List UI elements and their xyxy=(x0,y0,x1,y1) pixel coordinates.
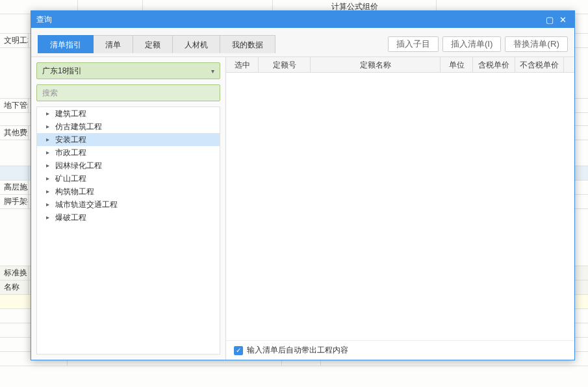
tree-item[interactable]: ▸建筑工程 xyxy=(37,107,220,120)
chevron-right-icon: ▸ xyxy=(46,172,51,185)
chevron-right-icon: ▸ xyxy=(46,146,51,159)
dialog-footer: ✓ 输入清单后自动带出工程内容 xyxy=(226,340,574,360)
tab-3[interactable]: 人材机 xyxy=(173,35,220,53)
search-box[interactable] xyxy=(36,84,220,101)
chevron-right-icon: ▸ xyxy=(46,107,51,120)
bg-row-label: 高层施工 xyxy=(0,181,29,194)
tree-item[interactable]: ▸构筑物工程 xyxy=(37,185,220,198)
replace-list-button[interactable]: 替换清单(R) xyxy=(505,36,568,52)
tabs: 清单指引清单定额人材机我的数据 xyxy=(38,35,275,53)
tree-item[interactable]: ▸爆破工程 xyxy=(37,211,220,224)
chevron-right-icon: ▸ xyxy=(46,120,51,133)
tree-item-label: 园林绿化工程 xyxy=(55,159,102,172)
toolbar: 清单指引清单定额人材机我的数据 插入子目 插入清单(I) 替换清单(R) xyxy=(31,28,574,56)
dialog-titlebar: 查询 ▢ ✕ xyxy=(31,11,574,28)
dialog-content: 广东18指引 ▾ ▸建筑工程▸仿古建筑工程▸安装工程▸市政工程▸园林绿化工程▸矿… xyxy=(31,56,574,360)
column-header[interactable]: 定额号 xyxy=(259,57,311,72)
chevron-right-icon: ▸ xyxy=(46,198,51,211)
column-header[interactable]: 选中 xyxy=(226,57,259,72)
grid-body xyxy=(226,73,574,340)
tree-item-label: 建筑工程 xyxy=(55,107,86,120)
tree-item[interactable]: ▸市政工程 xyxy=(37,146,220,159)
tree-item[interactable]: ▸园林绿化工程 xyxy=(37,159,220,172)
tree-item-label: 安装工程 xyxy=(55,133,86,146)
chevron-right-icon: ▸ xyxy=(46,133,51,146)
bg-row-label: 文明工地 xyxy=(0,34,29,47)
column-header[interactable]: 不含税单价 xyxy=(515,57,564,72)
tree-item-label: 构筑物工程 xyxy=(55,185,94,198)
bg-row-label: 脚手架按 xyxy=(0,195,29,208)
tree-item-label: 矿山工程 xyxy=(55,172,86,185)
insert-sub-button[interactable]: 插入子目 xyxy=(388,36,439,52)
grid-header: 选中定额号定额名称单位含税单价不含税单价 xyxy=(226,57,574,73)
category-tree: ▸建筑工程▸仿古建筑工程▸安装工程▸市政工程▸园林绿化工程▸矿山工程▸构筑物工程… xyxy=(36,106,220,355)
checkbox-label: 输入清单后自动带出工程内容 xyxy=(247,345,348,356)
left-pane: 广东18指引 ▾ ▸建筑工程▸仿古建筑工程▸安装工程▸市政工程▸园林绿化工程▸矿… xyxy=(31,57,226,360)
tab-0[interactable]: 清单指引 xyxy=(38,35,94,53)
tree-item[interactable]: ▸安装工程 xyxy=(37,133,220,146)
query-dialog: 查询 ▢ ✕ 清单指引清单定额人材机我的数据 插入子目 插入清单(I) 替换清单… xyxy=(31,10,575,360)
bg-row-label: 名称 xyxy=(0,281,29,294)
tree-item[interactable]: ▸城市轨道交通工程 xyxy=(37,198,220,211)
bg-row-label: 地下管线 xyxy=(0,99,29,112)
tree-item-label: 仿古建筑工程 xyxy=(55,120,102,133)
column-header[interactable]: 含税单价 xyxy=(473,57,515,72)
bg-row-label: 标准换 xyxy=(0,266,29,280)
insert-list-button[interactable]: 插入清单(I) xyxy=(442,36,502,52)
dialog-title: 查询 xyxy=(36,14,543,25)
chevron-right-icon: ▸ xyxy=(46,211,51,224)
search-input[interactable] xyxy=(42,88,214,97)
tree-item-label: 城市轨道交通工程 xyxy=(55,198,118,211)
tree-item[interactable]: ▸仿古建筑工程 xyxy=(37,120,220,133)
maximize-icon[interactable]: ▢ xyxy=(543,15,556,25)
guide-dropdown[interactable]: 广东18指引 ▾ xyxy=(36,62,220,79)
tab-1[interactable]: 清单 xyxy=(94,35,133,53)
auto-fill-checkbox[interactable]: ✓ xyxy=(234,346,243,355)
tree-item[interactable]: ▸矿山工程 xyxy=(37,172,220,185)
chevron-right-icon: ▸ xyxy=(46,159,51,172)
right-pane: 选中定额号定额名称单位含税单价不含税单价 ✓ 输入清单后自动带出工程内容 xyxy=(226,57,574,360)
tab-4[interactable]: 我的数据 xyxy=(220,35,275,53)
close-icon[interactable]: ✕ xyxy=(556,15,569,25)
tree-item-label: 爆破工程 xyxy=(55,211,86,224)
tab-2[interactable]: 定额 xyxy=(133,35,173,53)
chevron-right-icon: ▸ xyxy=(46,185,51,198)
dropdown-label: 广东18指引 xyxy=(42,66,211,77)
column-header[interactable]: 单位 xyxy=(441,57,473,72)
bg-row-label: 其他费用 xyxy=(0,126,29,140)
chevron-down-icon: ▾ xyxy=(211,68,214,75)
tree-item-label: 市政工程 xyxy=(55,146,86,159)
column-header[interactable]: 定额名称 xyxy=(311,57,441,72)
